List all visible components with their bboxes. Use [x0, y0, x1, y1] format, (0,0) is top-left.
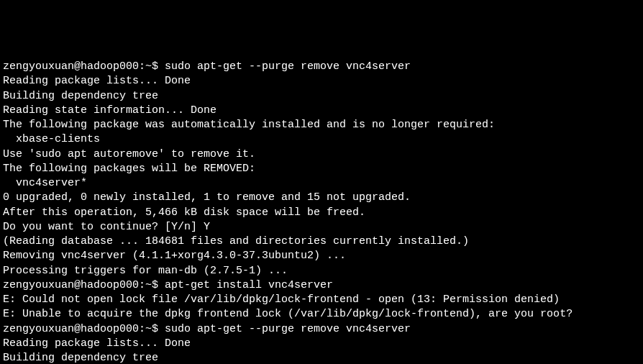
terminal-output: Do you want to continue? [Y/n] Y: [3, 221, 210, 233]
terminal-line: After this operation, 5,466 kB disk spac…: [3, 206, 640, 220]
terminal-line: The following packages will be REMOVED:: [3, 162, 640, 176]
shell-prompt: zengyouxuan@hadoop000:~$: [3, 60, 165, 73]
terminal-output: Processing triggers for man-db (2.7.5-1)…: [3, 265, 288, 277]
shell-prompt: zengyouxuan@hadoop000:~$: [3, 323, 165, 335]
terminal-output: Reading state information... Done: [3, 104, 216, 117]
terminal-line: Do you want to continue? [Y/n] Y: [3, 220, 640, 235]
terminal-line: (Reading database ... 184681 files and d…: [3, 235, 640, 249]
terminal-output: vnc4server*: [3, 177, 87, 189]
terminal-output: Use 'sudo apt autoremove' to remove it.: [3, 148, 255, 160]
terminal-line: Removing vnc4server (4.1.1+xorg4.3.0-37.…: [3, 249, 640, 263]
terminal-line: Reading package lists... Done: [3, 337, 640, 351]
terminal-line: zengyouxuan@hadoop000:~$ sudo apt-get --…: [3, 322, 640, 337]
terminal-line: vnc4server*: [3, 176, 640, 191]
terminal-line: zengyouxuan@hadoop000:~$ apt-get install…: [3, 278, 640, 293]
terminal-output: Removing vnc4server (4.1.1+xorg4.3.0-37.…: [3, 250, 346, 262]
shell-command: sudo apt-get --purge remove vnc4server: [165, 323, 411, 335]
terminal-line: Building dependency tree: [3, 351, 640, 364]
terminal-line: E: Unable to acquire the dpkg frontend l…: [3, 307, 640, 322]
terminal-line: E: Could not open lock file /var/lib/dpk…: [3, 293, 640, 307]
shell-command: apt-get install vnc4server: [165, 279, 333, 291]
terminal-output: Building dependency tree: [3, 352, 158, 364]
terminal-line: Building dependency tree: [3, 89, 640, 104]
terminal-line: Processing triggers for man-db (2.7.5-1)…: [3, 264, 640, 278]
terminal-window[interactable]: zengyouxuan@hadoop000:~$ sudo apt-get --…: [3, 60, 640, 364]
terminal-output: E: Unable to acquire the dpkg frontend l…: [3, 308, 573, 320]
terminal-line: The following package was automatically …: [3, 118, 640, 132]
terminal-line: Use 'sudo apt autoremove' to remove it.: [3, 147, 640, 162]
terminal-line: Reading state information... Done: [3, 104, 640, 118]
terminal-output: Building dependency tree: [3, 90, 158, 102]
terminal-output: After this operation, 5,466 kB disk spac…: [3, 206, 365, 219]
terminal-line: xbase-clients: [3, 132, 640, 147]
terminal-line: zengyouxuan@hadoop000:~$ sudo apt-get --…: [3, 60, 640, 74]
terminal-line: Reading package lists... Done: [3, 74, 640, 88]
terminal-output: Reading package lists... Done: [3, 75, 191, 87]
terminal-output: xbase-clients: [3, 133, 100, 145]
terminal-output: 0 upgraded, 0 newly installed, 1 to remo…: [3, 191, 411, 204]
terminal-output: Reading package lists... Done: [3, 337, 191, 350]
terminal-output: The following package was automatically …: [3, 119, 495, 131]
terminal-output: The following packages will be REMOVED:: [3, 163, 255, 175]
terminal-line: 0 upgraded, 0 newly installed, 1 to remo…: [3, 191, 640, 205]
shell-prompt: zengyouxuan@hadoop000:~$: [3, 279, 165, 291]
terminal-output: E: Could not open lock file /var/lib/dpk…: [3, 294, 560, 306]
shell-command: sudo apt-get --purge remove vnc4server: [165, 60, 411, 73]
terminal-output: (Reading database ... 184681 files and d…: [3, 235, 469, 247]
